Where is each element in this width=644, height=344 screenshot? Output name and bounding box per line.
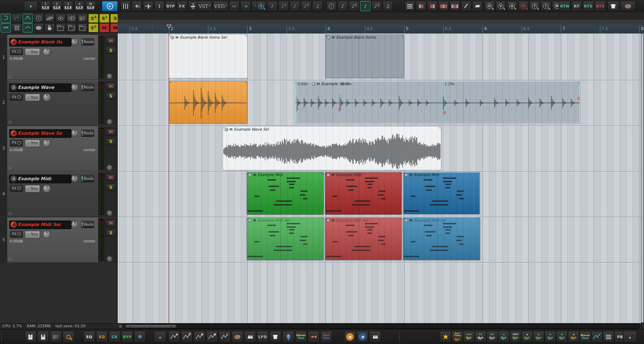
melodyne-blue-logo[interactable]: e	[357, 331, 368, 343]
horizontal-scrollbar[interactable]: ◂	[118, 324, 641, 329]
track-panel-2[interactable]: 2AExample WaveRouteFXTrimMS∅	[0, 80, 117, 125]
rts-red-button[interactable]: RTS	[595, 1, 606, 11]
item-mute-chip[interactable]: M	[253, 173, 256, 177]
mute-button-1[interactable]: M	[99, 23, 109, 32]
solo-button[interactable]: S	[106, 138, 116, 145]
panel-grip[interactable]	[8, 258, 12, 261]
item-wave-sel[interactable]: MExample Wave Sel	[223, 127, 441, 170]
item-group-circle-icon[interactable]	[327, 36, 330, 39]
fx-button[interactable]: FX	[10, 48, 23, 55]
panel-grip[interactable]	[8, 76, 12, 78]
theme-palette-icon[interactable]	[620, 1, 636, 11]
waves-tune-button[interactable]: WavesTune	[295, 331, 307, 343]
eq-orange-button[interactable]: EQ	[96, 331, 108, 343]
item-mute-chip[interactable]: M	[253, 219, 256, 222]
render-wave-2-icon[interactable]: ◉	[533, 331, 544, 343]
record-arm-button[interactable]: A	[10, 130, 17, 137]
vertical-scrollbar-thumb[interactable]	[641, 34, 644, 322]
item-midi-red[interactable]: MExample Midi	[325, 172, 402, 215]
item-group-circle-icon[interactable]	[248, 173, 252, 177]
zoom-all-icon[interactable]: A	[507, 1, 517, 11]
stretch-marker-line[interactable]	[340, 81, 340, 123]
wardrobe-icon[interactable]	[270, 331, 281, 343]
panel-grip[interactable]	[8, 167, 12, 170]
track-name[interactable]: Example Midi Sel	[18, 222, 61, 227]
fader-range-icon[interactable]: ↕	[154, 1, 165, 11]
envelope-tent-icon[interactable]	[23, 14, 33, 23]
hide-items-icon[interactable]	[44, 14, 55, 23]
panel-grip[interactable]	[8, 121, 12, 124]
item-group-circle-icon[interactable]	[327, 173, 330, 177]
mute-button[interactable]: M	[106, 174, 116, 181]
pitch-fish-icon[interactable]	[308, 331, 319, 343]
item-blank-sel[interactable]: MExample Blank Items Sel	[169, 35, 247, 78]
comment-bubble-icon[interactable]	[34, 23, 44, 32]
vsti-wave-icon[interactable]: VSTi	[510, 331, 521, 343]
trim-right-icon[interactable]	[427, 1, 437, 11]
route-button[interactable]: Route	[81, 221, 94, 228]
item-midi-sel-green[interactable]: MExample Midi Sel	[247, 217, 324, 260]
move-wave-2-icon[interactable]: ▬	[556, 331, 568, 343]
quantize-q-icon[interactable]: Q	[256, 1, 266, 11]
solo-button[interactable]: S	[106, 184, 116, 191]
solo-envelope-icon[interactable]: S	[181, 331, 193, 343]
trim-button[interactable]: Trim	[25, 140, 40, 147]
solo-d-button[interactable]: SD	[88, 23, 98, 32]
fx-wave-1-icon[interactable]: FX	[475, 331, 486, 343]
item-group-circle-icon[interactable]	[225, 128, 228, 131]
item-mute-chip[interactable]: M	[409, 219, 412, 222]
item-group-circle-icon[interactable]	[405, 173, 408, 177]
real-tune-button[interactable]: RealTune	[320, 331, 332, 343]
byp-button[interactable]: BYP	[121, 331, 133, 343]
route-button[interactable]: Route	[81, 38, 94, 45]
item-group-circle-icon[interactable]	[171, 36, 174, 39]
phase-button[interactable]: ∅	[106, 256, 113, 262]
waves-tune-2-button[interactable]: WavesTune	[579, 331, 591, 343]
folder-check-icon[interactable]: ✓	[66, 23, 77, 32]
item-mute-chip[interactable]: M	[331, 219, 334, 222]
pan-knob[interactable]	[71, 175, 78, 182]
zoom-time-icon[interactable]: T	[529, 1, 540, 11]
pan-knob[interactable]	[71, 221, 78, 228]
show-items-icon[interactable]	[55, 14, 66, 23]
microphone-icon[interactable]	[282, 331, 294, 343]
volume-knob[interactable]	[43, 139, 51, 147]
fx-slot-4-button[interactable]: 4FX	[74, 1, 84, 11]
item-mute-chip[interactable]: M	[332, 36, 335, 39]
trim-button[interactable]: Trim	[25, 94, 40, 101]
pan-knob[interactable]	[71, 130, 78, 137]
rt-button[interactable]: RT	[571, 1, 582, 11]
stretch-wave-icon[interactable]: ◉	[568, 331, 579, 343]
cr-button[interactable]: CR	[109, 331, 120, 343]
fx-button[interactable]: FX	[10, 140, 23, 146]
item-info-icon[interactable]: i	[34, 14, 44, 23]
solo-button[interactable]: S	[106, 47, 116, 54]
zoom-item-icon[interactable]: I	[541, 1, 551, 11]
move-wave-1-icon[interactable]: ▬	[544, 331, 556, 343]
track-panel-1[interactable]: 1AExample Blank ItemsRouteFXTrim0.00dBce…	[0, 35, 117, 80]
trim-button[interactable]: Trim	[25, 231, 40, 238]
palette-envelope-icon[interactable]	[232, 331, 243, 343]
volume-knob[interactable]	[43, 230, 51, 239]
record-arm-button[interactable]: A	[10, 39, 17, 45]
punch-out-icon[interactable]: ⇥	[240, 1, 251, 11]
add-vsti-button[interactable]: VSTi+	[213, 1, 228, 11]
trim-left-icon[interactable]	[416, 1, 426, 11]
note-envelope-icon[interactable]: ♪	[591, 331, 603, 343]
metronome-grid-icon[interactable]: ♪	[326, 1, 337, 11]
solo-button[interactable]: S	[106, 92, 116, 100]
item-midi-green[interactable]: MExample Midi	[247, 172, 324, 215]
item-mute-chip[interactable]: M	[317, 82, 320, 86]
bypass-button[interactable]: BYP	[166, 1, 176, 11]
track-name[interactable]: Example Midi	[18, 176, 51, 181]
item-mute-chip[interactable]: M	[175, 36, 179, 39]
stretch-marker-line[interactable]	[444, 81, 445, 123]
fx-slot-master-button[interactable]: MFX	[86, 1, 96, 11]
add-vst-button[interactable]: VST+	[197, 1, 212, 11]
envelope-cross-icon[interactable]	[1, 23, 11, 32]
item-group-circle-icon[interactable]	[312, 82, 315, 86]
mixer-icon[interactable]	[120, 1, 131, 11]
trim-button[interactable]: Trim	[25, 48, 40, 56]
show-selected-items-icon[interactable]	[66, 14, 77, 23]
collapse-button-right[interactable]: ▴	[623, 331, 637, 343]
